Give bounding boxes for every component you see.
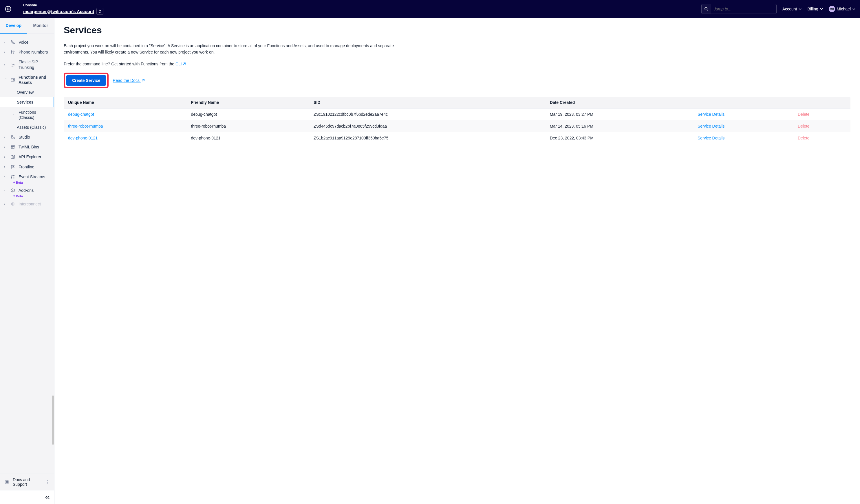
sidebar-item-event-streams[interactable]: › Event Streams xyxy=(0,172,54,182)
sidebar-item-elastic-sip[interactable]: › Elastic SIP Trunking xyxy=(0,57,54,72)
top-header: Console mcarpenter@twilio.com's Account … xyxy=(0,0,860,18)
chevron-down-icon: › xyxy=(4,78,7,81)
delete-button[interactable]: Delete xyxy=(798,112,809,117)
page-title: Services xyxy=(64,25,851,35)
account-menu[interactable]: Account xyxy=(783,7,802,11)
code-icon xyxy=(10,77,16,82)
table-row: dev-phone-9121 dev-phone-9121 ZS1b2ac911… xyxy=(64,132,851,144)
sidebar-item-overview[interactable]: Overview xyxy=(0,87,54,97)
chevron-right-icon: › xyxy=(4,203,7,206)
account-switch-button[interactable] xyxy=(97,8,103,15)
tab-develop[interactable]: Develop xyxy=(0,18,27,33)
service-details-link[interactable]: Service Details xyxy=(698,112,725,117)
sidebar-item-addons[interactable]: › Add-ons xyxy=(0,186,54,195)
sidebar-item-label: Services xyxy=(17,100,51,105)
chevron-down-icon xyxy=(852,8,855,10)
sidebar-item-services[interactable]: Services xyxy=(0,97,54,107)
svg-rect-10 xyxy=(13,138,14,139)
svg-point-4 xyxy=(9,9,10,11)
sidebar: Develop Monitor › Voice › Phone Numbers … xyxy=(0,18,55,504)
collapse-icon xyxy=(45,495,50,499)
billing-menu[interactable]: Billing xyxy=(807,7,823,11)
sid-cell: ZSc19102122cdfbc0b7f6bd2ede2aa7e4c xyxy=(310,108,546,120)
cli-link[interactable]: CLI xyxy=(175,62,182,66)
svg-point-21 xyxy=(6,481,8,483)
service-details-link[interactable]: Service Details xyxy=(698,136,725,140)
table-body: debug-chatgpt debug-chatgpt ZSc19102122c… xyxy=(64,108,851,144)
docs-support-link[interactable]: Docs and Support xyxy=(4,477,43,487)
svg-point-19 xyxy=(12,203,13,205)
interconnect-icon xyxy=(10,202,16,206)
console-label[interactable]: Console xyxy=(23,3,103,7)
scrollbar[interactable] xyxy=(52,51,54,445)
th-details xyxy=(693,97,794,108)
sidebar-item-functions-assets[interactable]: › Functions and Assets xyxy=(0,72,54,87)
sidebar-item-api-explorer[interactable]: › API Explorer xyxy=(0,152,54,162)
friendly-name-cell: dev-phone-9121 xyxy=(187,132,310,144)
streams-icon xyxy=(10,175,16,179)
search-input[interactable] xyxy=(711,7,776,11)
highlight-frame: Create Service xyxy=(64,73,109,88)
delete-button[interactable]: Delete xyxy=(798,124,809,129)
sidebar-item-label: Functions and Assets xyxy=(18,75,51,85)
friendly-name-cell: three-robot-rhumba xyxy=(187,120,310,132)
tab-monitor[interactable]: Monitor xyxy=(27,18,55,33)
app-logo[interactable] xyxy=(0,0,16,18)
create-service-button[interactable]: Create Service xyxy=(66,75,106,86)
sidebar-item-label: Interconnect xyxy=(18,202,51,207)
help-icon xyxy=(4,480,10,484)
phone-icon xyxy=(10,40,16,45)
external-link-icon xyxy=(183,61,186,68)
date-created-cell: Dec 23, 2022, 03:43 PM xyxy=(546,132,693,144)
sidebar-item-label: Frontline xyxy=(18,164,51,169)
addons-icon xyxy=(10,188,16,193)
svg-point-2 xyxy=(9,8,10,9)
delete-button[interactable]: Delete xyxy=(798,136,809,140)
chevron-right-icon: › xyxy=(4,146,7,149)
unique-name-link[interactable]: debug-chatgpt xyxy=(68,112,94,117)
sidebar-collapse[interactable] xyxy=(0,490,54,504)
chevron-right-icon: › xyxy=(4,165,7,168)
chevron-right-icon: › xyxy=(4,155,7,159)
sidebar-item-twiml-bins[interactable]: › TwiML Bins xyxy=(0,142,54,152)
search-box[interactable] xyxy=(701,4,777,14)
avatar: MC xyxy=(829,6,835,12)
svg-point-7 xyxy=(11,63,14,66)
user-name-label: Michael xyxy=(837,7,851,11)
user-menu[interactable]: MC Michael xyxy=(829,6,855,12)
archive-icon xyxy=(10,145,16,149)
chevron-right-icon: › xyxy=(4,189,7,192)
sidebar-item-label: API Explorer xyxy=(18,154,51,159)
sidebar-item-assets-classic[interactable]: Assets (Classic) xyxy=(0,122,54,132)
account-link[interactable]: mcarpenter@twilio.com's Account xyxy=(23,9,94,14)
service-details-link[interactable]: Service Details xyxy=(698,124,725,129)
read-docs-link[interactable]: Read the Docs xyxy=(113,78,145,83)
services-table: Unique Name Friendly Name SID Date Creat… xyxy=(64,97,851,144)
unique-name-link[interactable]: dev-phone-9121 xyxy=(68,136,98,140)
sidebar-item-interconnect[interactable]: › Interconnect xyxy=(0,199,54,209)
sidebar-item-label: Event Streams xyxy=(18,174,51,179)
th-sid: SID xyxy=(310,97,546,108)
sid-cell: ZS1b2ac911aa9129e287100ff350ba5e75 xyxy=(310,132,546,144)
date-created-cell: Mar 19, 2023, 03:27 PM xyxy=(546,108,693,120)
sidebar-item-phone-numbers[interactable]: › Phone Numbers xyxy=(0,47,54,57)
svg-line-6 xyxy=(707,10,708,11)
sidebar-item-frontline[interactable]: › Frontline xyxy=(0,162,54,172)
svg-rect-9 xyxy=(11,135,12,136)
more-menu-icon[interactable]: ⋮ xyxy=(45,479,50,485)
unique-name-link[interactable]: three-robot-rhumba xyxy=(68,124,103,129)
sip-icon xyxy=(10,62,16,67)
twilio-logo-icon xyxy=(5,6,11,12)
main-content: Services Each project you work on will b… xyxy=(55,18,860,504)
sidebar-item-studio[interactable]: › Studio xyxy=(0,132,54,142)
studio-icon xyxy=(10,135,16,139)
table-header-row: Unique Name Friendly Name SID Date Creat… xyxy=(64,97,851,108)
sidebar-item-voice[interactable]: › Voice xyxy=(0,37,54,47)
chevron-down-icon xyxy=(820,8,823,10)
date-created-cell: Mar 14, 2023, 05:16 PM xyxy=(546,120,693,132)
flag-icon xyxy=(10,165,16,169)
sidebar-item-label: Voice xyxy=(18,40,51,45)
chevron-right-icon: › xyxy=(4,136,7,139)
search-icon xyxy=(702,4,711,14)
sidebar-item-functions-classic[interactable]: › Functions (Classic) xyxy=(0,107,54,122)
